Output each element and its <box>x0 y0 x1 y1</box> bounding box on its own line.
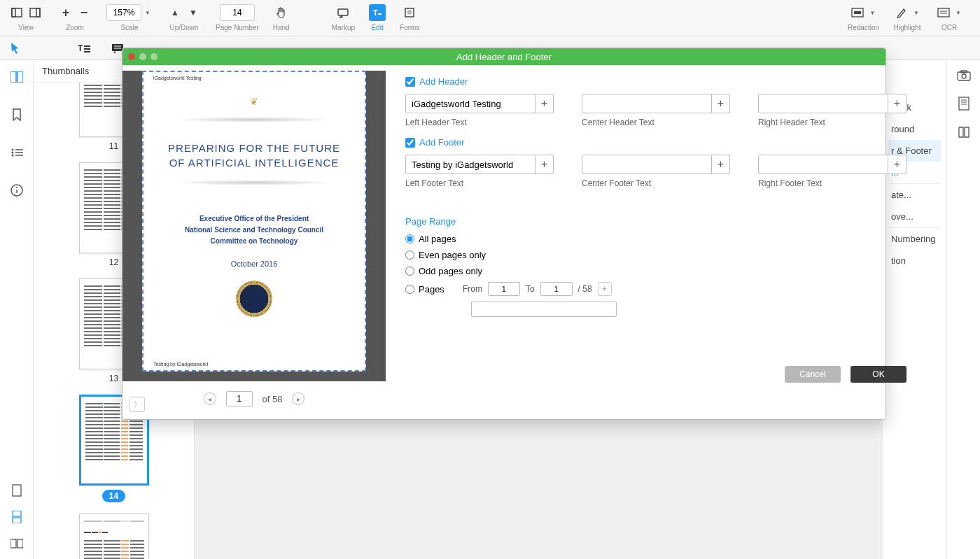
redaction-icon[interactable] <box>849 4 866 21</box>
all-pages-radio[interactable] <box>405 234 414 243</box>
thumbnails-icon[interactable] <box>8 69 25 85</box>
markup-group: Markup <box>329 3 358 31</box>
svg-rect-22 <box>10 71 16 83</box>
left-sidebar-rail <box>0 60 34 559</box>
outline-icon[interactable] <box>8 144 25 161</box>
page-number-input[interactable] <box>220 4 255 21</box>
expand-chevron-icon[interactable]: 〉 <box>130 397 145 412</box>
scale-dropdown-icon[interactable]: ▼ <box>143 4 153 21</box>
svg-rect-34 <box>13 511 21 516</box>
cancel-button[interactable]: Cancel <box>785 366 841 383</box>
highlight-dropdown-icon[interactable]: ▼ <box>911 4 921 21</box>
all-pages-label: All pages <box>419 234 456 244</box>
right-header-plus-button[interactable]: + <box>888 94 906 113</box>
add-header-label: Add Header <box>419 76 468 87</box>
ocr-icon[interactable] <box>935 4 952 21</box>
edit-group: T Edit <box>366 3 388 31</box>
range-add-icon[interactable]: + <box>598 282 612 296</box>
left-footer-plus-button[interactable]: + <box>536 155 554 174</box>
modal-body: iGadgetsworld Testing ❦ PREPARING FOR TH… <box>122 65 886 419</box>
two-page-view-icon[interactable] <box>8 535 25 552</box>
view-label: View <box>18 24 34 31</box>
svg-rect-7 <box>405 8 414 17</box>
text-lines-icon[interactable]: T <box>74 38 94 58</box>
preview-meta: Executive Office of the President Nation… <box>153 213 355 247</box>
to-input[interactable] <box>540 282 573 296</box>
up-icon[interactable]: ▲ <box>167 4 183 21</box>
hand-icon[interactable] <box>273 4 290 21</box>
edit-icon[interactable]: T <box>369 4 386 21</box>
center-footer-plus-button[interactable]: + <box>712 155 730 174</box>
bookmark-icon[interactable] <box>8 106 25 123</box>
forms-icon[interactable] <box>401 4 418 21</box>
center-footer-input[interactable] <box>582 155 712 174</box>
snapshot-icon[interactable] <box>957 70 971 81</box>
minimize-icon[interactable] <box>139 53 146 60</box>
continuous-view-icon[interactable] <box>8 509 25 525</box>
preview-page: iGadgetsworld Testing ❦ PREPARING FOR TH… <box>142 71 366 372</box>
preview-pager: ◂ of 58 ▸ <box>204 391 305 406</box>
close-icon[interactable] <box>128 53 135 60</box>
zoom-out-icon[interactable]: − <box>76 4 92 21</box>
highlight-label: Highlight <box>894 24 921 31</box>
modal-footer: Cancel OK <box>405 317 906 397</box>
svg-point-39 <box>962 74 966 78</box>
from-label: From <box>463 284 482 294</box>
add-header-checkbox[interactable] <box>405 77 415 87</box>
pages-radio[interactable] <box>405 285 414 294</box>
zoom-in-icon[interactable]: + <box>57 4 74 21</box>
redaction-label: Redaction <box>848 24 879 31</box>
view-single-icon[interactable] <box>8 4 25 21</box>
info-icon[interactable] <box>8 182 25 199</box>
maximize-icon[interactable] <box>150 53 158 60</box>
left-header-plus-button[interactable]: + <box>536 94 554 113</box>
ocr-label: OCR <box>941 24 957 31</box>
next-page-icon[interactable]: ▸ <box>292 392 304 405</box>
even-pages-radio[interactable] <box>405 250 414 260</box>
view-dual-icon[interactable] <box>27 4 43 21</box>
preview-header-text: iGadgetsworld Testing <box>153 76 202 80</box>
center-header-plus-button[interactable]: + <box>712 94 730 113</box>
redaction-dropdown-icon[interactable]: ▼ <box>867 4 877 21</box>
highlight-icon[interactable] <box>893 4 910 21</box>
scale-input[interactable] <box>106 4 141 21</box>
preview-seal-icon <box>236 281 272 317</box>
svg-point-24 <box>11 149 13 151</box>
ok-button[interactable]: OK <box>850 366 906 383</box>
ocr-dropdown-icon[interactable]: ▼ <box>953 4 963 21</box>
page-number-group: Page Number <box>213 3 262 31</box>
pager-input[interactable] <box>226 391 253 406</box>
markup-icon[interactable] <box>335 4 351 21</box>
svg-rect-35 <box>13 518 21 523</box>
add-footer-checkbox[interactable] <box>405 138 415 148</box>
even-pages-label: Even pages only <box>419 250 486 260</box>
thumbnail-item[interactable] <box>34 514 194 559</box>
page-range-label: Page Range <box>405 216 906 227</box>
thumbnail-number: 14 <box>102 490 125 502</box>
left-header-input[interactable] <box>405 94 536 113</box>
book-icon[interactable] <box>958 126 970 139</box>
range-list-box[interactable] <box>471 302 617 317</box>
right-footer-input[interactable] <box>758 155 888 174</box>
pager-total: of 58 <box>262 394 283 404</box>
odd-pages-radio[interactable] <box>405 267 414 276</box>
svg-point-26 <box>11 152 13 154</box>
svg-rect-11 <box>854 11 861 14</box>
left-header-label: Left Header Text <box>405 118 554 127</box>
single-page-view-icon[interactable] <box>8 482 25 499</box>
right-header-input[interactable] <box>758 94 888 113</box>
from-input[interactable] <box>488 282 520 296</box>
down-icon[interactable]: ▼ <box>185 4 202 21</box>
cursor-icon[interactable] <box>6 38 25 58</box>
prev-page-icon[interactable]: ◂ <box>204 392 216 405</box>
forms-group: Forms <box>397 3 422 31</box>
left-footer-input[interactable] <box>405 155 536 174</box>
right-footer-plus-button[interactable]: + <box>888 155 906 174</box>
to-label: To <box>526 284 535 294</box>
svg-rect-38 <box>958 72 970 80</box>
center-header-input[interactable] <box>582 94 712 113</box>
updown-label: Up/Down <box>169 24 198 31</box>
updown-group: ▲ ▼ Up/Down <box>164 3 204 31</box>
right-header-label: Right Header Text <box>758 118 906 127</box>
note-icon[interactable] <box>958 97 969 111</box>
